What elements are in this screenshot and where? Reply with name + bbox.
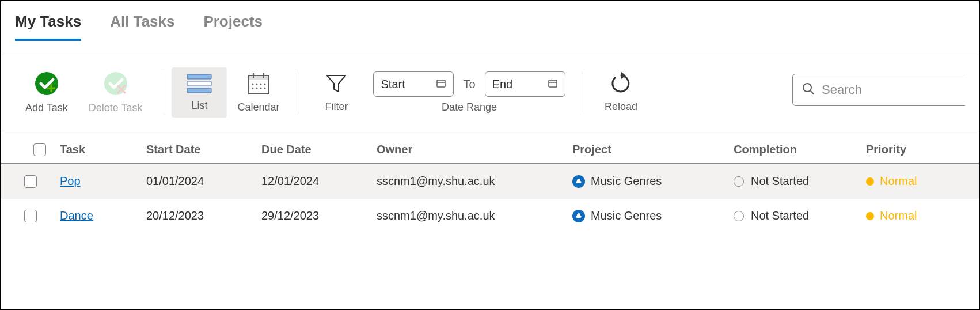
priority-text: Normal xyxy=(880,175,917,188)
toolbar: Add Task Delete Task List xyxy=(1,55,979,130)
svg-point-14 xyxy=(256,84,257,85)
toolbar-separator xyxy=(299,72,299,114)
project-cell: Music Genres xyxy=(565,175,727,188)
completion-text: Not Started xyxy=(751,175,809,188)
col-due[interactable]: Due Date xyxy=(255,143,370,156)
reload-button[interactable]: Reload xyxy=(594,66,649,119)
start-date-cell: 01/01/2024 xyxy=(139,175,255,188)
owner-cell: sscnm1@my.shu.ac.uk xyxy=(370,209,565,222)
completion-cell: Not Started xyxy=(727,175,859,188)
filter-label: Filter xyxy=(325,101,348,113)
svg-point-18 xyxy=(256,88,257,89)
col-project[interactable]: Project xyxy=(565,143,727,156)
search-icon xyxy=(802,82,815,97)
col-completion[interactable]: Completion xyxy=(727,143,859,156)
svg-rect-23 xyxy=(549,80,557,87)
row-checkbox[interactable] xyxy=(24,175,37,188)
toolbar-separator xyxy=(584,72,584,114)
date-range-to-label: To xyxy=(463,78,475,91)
svg-rect-21 xyxy=(437,80,445,87)
delete-task-label: Delete Task xyxy=(89,102,143,114)
add-task-button[interactable]: Add Task xyxy=(15,65,78,120)
table-row[interactable]: Dance 20/12/2023 29/12/2023 sscnm1@my.sh… xyxy=(1,199,979,233)
calendar-view-button[interactable]: Calendar xyxy=(227,66,290,119)
tab-my-tasks[interactable]: My Tasks xyxy=(15,13,81,41)
task-link[interactable]: Pop xyxy=(60,175,81,187)
completion-cell: Not Started xyxy=(727,209,859,222)
tasks-table: Task Start Date Due Date Owner Project C… xyxy=(1,130,979,233)
toolbar-separator xyxy=(162,72,162,114)
tab-all-tasks[interactable]: All Tasks xyxy=(110,13,174,41)
completion-text: Not Started xyxy=(751,209,809,222)
col-task[interactable]: Task xyxy=(53,143,139,156)
delete-task-button: Delete Task xyxy=(78,65,153,120)
calendar-icon xyxy=(246,71,271,98)
svg-point-19 xyxy=(260,88,261,89)
project-icon xyxy=(572,210,585,222)
priority-dot-icon xyxy=(866,212,874,220)
date-end-input[interactable]: End xyxy=(485,71,565,97)
priority-cell: Normal xyxy=(859,175,979,188)
owner-cell: sscnm1@my.shu.ac.uk xyxy=(370,175,565,188)
row-checkbox[interactable] xyxy=(24,210,37,222)
filter-icon xyxy=(325,72,348,97)
project-name: Music Genres xyxy=(591,209,662,222)
svg-point-0 xyxy=(35,72,58,95)
date-start-placeholder: Start xyxy=(381,78,405,91)
svg-point-16 xyxy=(264,84,265,85)
svg-point-17 xyxy=(252,88,253,89)
list-icon xyxy=(186,73,212,96)
svg-rect-8 xyxy=(187,88,211,93)
tab-projects[interactable]: Projects xyxy=(203,13,263,41)
project-icon xyxy=(572,175,585,188)
svg-line-26 xyxy=(810,90,814,94)
search-container xyxy=(792,74,965,106)
search-input[interactable] xyxy=(821,82,980,98)
project-cell: Music Genres xyxy=(565,209,727,222)
project-name: Music Genres xyxy=(591,175,662,188)
add-task-label: Add Task xyxy=(25,102,68,114)
add-task-icon xyxy=(34,71,59,99)
date-end-placeholder: End xyxy=(492,78,513,91)
start-date-cell: 20/12/2023 xyxy=(139,209,255,222)
col-start[interactable]: Start Date xyxy=(139,143,255,156)
priority-cell: Normal xyxy=(859,209,979,222)
due-date-cell: 12/01/2024 xyxy=(255,175,370,188)
date-start-input[interactable]: Start xyxy=(373,71,454,97)
svg-rect-2 xyxy=(47,88,55,89)
svg-point-13 xyxy=(252,84,253,85)
filter-button[interactable]: Filter xyxy=(309,66,364,119)
priority-text: Normal xyxy=(880,209,917,222)
calendar-mini-icon xyxy=(548,78,558,90)
svg-rect-6 xyxy=(187,74,211,79)
list-view-button[interactable]: List xyxy=(172,67,227,118)
col-priority[interactable]: Priority xyxy=(859,143,979,156)
select-all-checkbox[interactable] xyxy=(33,143,46,156)
task-link[interactable]: Dance xyxy=(60,209,93,222)
completion-radio-icon xyxy=(734,211,744,221)
reload-icon xyxy=(610,72,633,97)
delete-task-icon xyxy=(103,71,128,99)
reload-label: Reload xyxy=(605,101,637,113)
tabs-bar: My Tasks All Tasks Projects xyxy=(1,1,979,55)
due-date-cell: 29/12/2023 xyxy=(255,209,370,222)
search-box[interactable] xyxy=(792,74,965,106)
svg-rect-10 xyxy=(248,75,269,80)
calendar-view-label: Calendar xyxy=(237,101,279,114)
col-owner[interactable]: Owner xyxy=(370,143,565,156)
svg-rect-7 xyxy=(187,81,211,86)
date-range-group: Start To End Date Range xyxy=(364,71,574,114)
list-view-label: List xyxy=(191,100,207,112)
select-all-header xyxy=(1,143,53,156)
svg-point-15 xyxy=(260,84,261,85)
date-range-label: Date Range xyxy=(442,101,497,114)
table-row[interactable]: Pop 01/01/2024 12/01/2024 sscnm1@my.shu.… xyxy=(1,164,979,199)
priority-dot-icon xyxy=(866,177,874,186)
table-header: Task Start Date Due Date Owner Project C… xyxy=(1,130,979,164)
calendar-mini-icon xyxy=(436,78,446,90)
completion-radio-icon xyxy=(734,176,744,187)
svg-point-20 xyxy=(264,88,265,89)
